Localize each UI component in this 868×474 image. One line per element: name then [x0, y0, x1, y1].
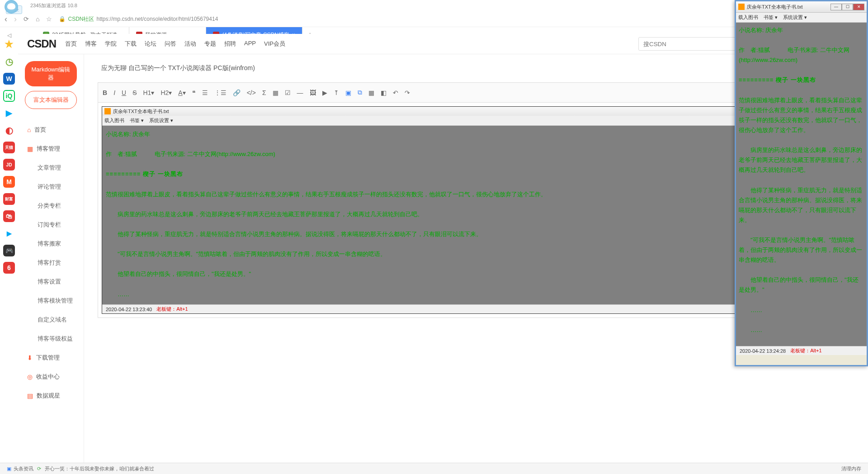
nav-item[interactable]: 问答	[165, 40, 176, 43]
nav-item[interactable]: 首页	[65, 40, 77, 43]
nav-item[interactable]: 活动	[184, 40, 196, 43]
url-text: https://mp.csdn.net/console/editor/html/…	[96, 16, 218, 22]
sidebar-fav-icon[interactable]: ★	[3, 38, 15, 43]
minimize-icon[interactable]: —	[830, 4, 842, 10]
csdn-logo[interactable]: CSDN	[27, 38, 56, 43]
menu-item[interactable]: 系统设置 ▾	[783, 14, 807, 21]
reader-text: 小说名称: 庆余年 作 者:猫腻 电子书来源: 二牛中文网 (http://ww…	[736, 23, 867, 43]
refresh-icon[interactable]: ⟳	[24, 15, 29, 23]
forward-icon[interactable]: ›	[14, 14, 17, 24]
star-icon[interactable]: ☆	[46, 15, 52, 23]
app-icon	[738, 4, 745, 10]
maximize-icon[interactable]: ☐	[842, 4, 853, 10]
nav-item[interactable]: 下载	[125, 40, 137, 43]
menu-item[interactable]: 书签 ▾	[764, 14, 778, 21]
nav-item[interactable]: APP	[244, 40, 256, 43]
home-icon[interactable]: ⌂	[36, 15, 39, 23]
back-icon[interactable]: ‹	[5, 14, 7, 24]
nav-item[interactable]: 学院	[105, 40, 117, 43]
close-icon[interactable]: ✕	[853, 4, 864, 10]
url-bar[interactable]: 🔒 CSDN社区 https://mp.csdn.net/console/edi…	[59, 15, 218, 23]
nav-item[interactable]: 专题	[204, 40, 216, 43]
nav-item[interactable]: 博客	[85, 40, 97, 43]
menu-item[interactable]: 载入图书	[738, 14, 758, 21]
user-avatar[interactable]	[5, 0, 18, 14]
browser-title: 2345加速浏览器 10.8	[30, 2, 77, 9]
nav-item[interactable]: VIP会员	[264, 40, 285, 43]
site-badge: CSDN社区	[68, 15, 94, 23]
app-title: 庆余年TXT全本电子书.txt	[747, 4, 802, 10]
nav-item[interactable]: 论坛	[145, 40, 156, 43]
lock-icon: 🔒	[59, 16, 66, 22]
nav-item[interactable]: 招聘	[224, 40, 236, 43]
floating-reader-window[interactable]: 庆余年TXT全本电子书.txt — ☐ ✕ 载入图书 书签 ▾ 系统设置 ▾ 小…	[735, 0, 868, 43]
